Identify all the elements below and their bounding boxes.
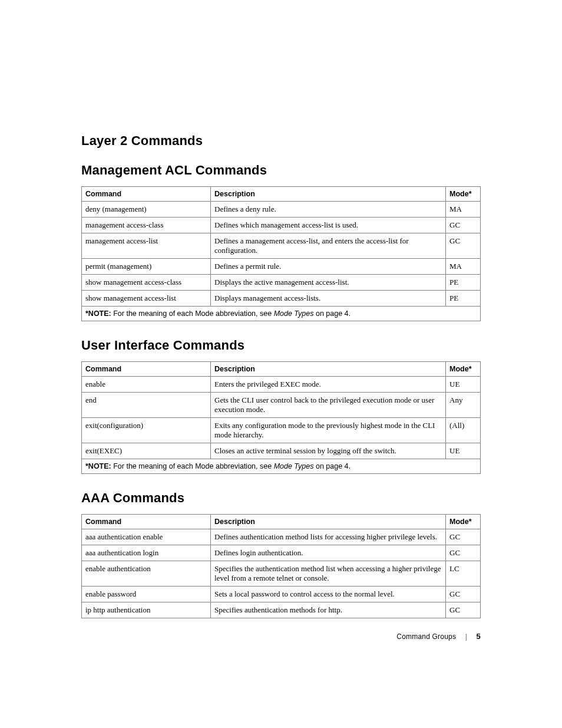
cell-mode: UE: [446, 377, 481, 393]
cell-command: aaa authentication login: [82, 545, 211, 561]
table-ui: Command Description Mode* enableEnters t…: [81, 361, 481, 474]
th-command: Command: [82, 515, 211, 529]
cell-command: permit (management): [82, 259, 211, 275]
cell-description: Defines authentication method lists for …: [211, 529, 446, 545]
th-mode: Mode*: [446, 362, 481, 377]
cell-mode: GC: [446, 218, 481, 233]
cell-command: enable: [82, 377, 211, 393]
cell-description: Defines which management access-list is …: [211, 218, 446, 233]
cell-command: end: [82, 393, 211, 418]
page: Layer 2 Commands Management ACL Commands…: [0, 0, 562, 728]
table-aaa: Command Description Mode* aaa authentica…: [81, 514, 481, 618]
cell-mode: (All): [446, 418, 481, 443]
note-mid: For the meaning of each Mode abbreviatio…: [111, 462, 274, 470]
table-row: management access-listDefines a manageme…: [82, 233, 481, 259]
cell-description: Specifies the authentication method list…: [211, 561, 446, 587]
table-row: aaa authentication enableDefines authent…: [82, 529, 481, 545]
note-prefix: *NOTE:: [85, 462, 111, 470]
cell-description: Displays the active management access-li…: [211, 275, 446, 291]
note-prefix: *NOTE:: [85, 309, 111, 318]
note-italic: Mode Types: [274, 309, 314, 318]
th-description: Description: [211, 362, 446, 377]
table-row: exit(EXEC)Closes an active terminal sess…: [82, 443, 481, 459]
cell-description: Displays management access-lists.: [211, 291, 446, 307]
th-description: Description: [211, 515, 446, 529]
heading-aaa: AAA Commands: [81, 490, 481, 506]
cell-mode: PE: [446, 291, 481, 307]
th-command: Command: [82, 362, 211, 377]
table-row: show management access-listDisplays mana…: [82, 291, 481, 307]
cell-description: Closes an active terminal session by log…: [211, 443, 446, 459]
note-mid: For the meaning of each Mode abbreviatio…: [111, 309, 274, 318]
cell-mode: LC: [446, 561, 481, 587]
table-row: permit (management)Defines a permit rule…: [82, 259, 481, 275]
th-description: Description: [211, 187, 446, 202]
note-italic: Mode Types: [274, 462, 314, 470]
cell-mode: GC: [446, 545, 481, 561]
cell-description: Exits any configuration mode to the prev…: [211, 418, 446, 443]
table-row: deny (management)Defines a deny rule.MA: [82, 202, 481, 218]
table-row: endGets the CLI user control back to the…: [82, 393, 481, 418]
table-header-row: Command Description Mode*: [82, 187, 481, 202]
cell-mode: Any: [446, 393, 481, 418]
table-header-row: Command Description Mode*: [82, 515, 481, 529]
table-row: show management access-classDisplays the…: [82, 275, 481, 291]
table-note-row: *NOTE: For the meaning of each Mode abbr…: [82, 459, 481, 474]
th-mode: Mode*: [446, 515, 481, 529]
cell-command: exit(configuration): [82, 418, 211, 443]
cell-description: Sets a local password to control access …: [211, 587, 446, 602]
cell-command: management access-class: [82, 218, 211, 233]
table-row: enableEnters the privileged EXEC mode.UE: [82, 377, 481, 393]
table-row: aaa authentication loginDefines login au…: [82, 545, 481, 561]
cell-mode: MA: [446, 259, 481, 275]
th-command: Command: [82, 187, 211, 202]
cell-command: ip http authentication: [82, 602, 211, 618]
cell-command: show management access-class: [82, 275, 211, 291]
table-row: exit(configuration)Exits any configurati…: [82, 418, 481, 443]
cell-mode: MA: [446, 202, 481, 218]
cell-command: enable authentication: [82, 561, 211, 587]
table-row: enable authenticationSpecifies the authe…: [82, 561, 481, 587]
table-note: *NOTE: For the meaning of each Mode abbr…: [82, 307, 481, 321]
cell-description: Enters the privileged EXEC mode.: [211, 377, 446, 393]
note-suffix: on page 4.: [313, 462, 351, 470]
cell-command: enable password: [82, 587, 211, 602]
cell-mode: UE: [446, 443, 481, 459]
heading-mgmt-acl: Management ACL Commands: [81, 163, 481, 178]
cell-mode: PE: [446, 275, 481, 291]
table-note-row: *NOTE: For the meaning of each Mode abbr…: [82, 307, 481, 321]
footer-page-number: 5: [477, 632, 481, 641]
table-row: management access-classDefines which man…: [82, 218, 481, 233]
cell-description: Defines login authentication.: [211, 545, 446, 561]
page-footer: Command Groups | 5: [396, 632, 481, 641]
cell-description: Specifies authentication methods for htt…: [211, 602, 446, 618]
cell-description: Defines a deny rule.: [211, 202, 446, 218]
cell-mode: GC: [446, 233, 481, 259]
cell-command: deny (management): [82, 202, 211, 218]
th-mode: Mode*: [446, 187, 481, 202]
cell-command: management access-list: [82, 233, 211, 259]
cell-description: Gets the CLI user control back to the pr…: [211, 393, 446, 418]
heading-layer2: Layer 2 Commands: [81, 133, 481, 149]
table-row: enable passwordSets a local password to …: [82, 587, 481, 602]
footer-divider-icon: |: [465, 633, 467, 641]
cell-description: Defines a permit rule.: [211, 259, 446, 275]
cell-command: show management access-list: [82, 291, 211, 307]
table-mgmt-acl: Command Description Mode* deny (manageme…: [81, 186, 481, 321]
cell-command: exit(EXEC): [82, 443, 211, 459]
cell-mode: GC: [446, 587, 481, 602]
footer-section: Command Groups: [396, 633, 456, 641]
table-note: *NOTE: For the meaning of each Mode abbr…: [82, 459, 481, 474]
table-header-row: Command Description Mode*: [82, 362, 481, 377]
cell-mode: GC: [446, 529, 481, 545]
table-row: ip http authenticationSpecifies authenti…: [82, 602, 481, 618]
cell-command: aaa authentication enable: [82, 529, 211, 545]
note-suffix: on page 4.: [313, 309, 351, 318]
cell-mode: GC: [446, 602, 481, 618]
heading-ui: User Interface Commands: [81, 338, 481, 353]
cell-description: Defines a management access-list, and en…: [211, 233, 446, 259]
